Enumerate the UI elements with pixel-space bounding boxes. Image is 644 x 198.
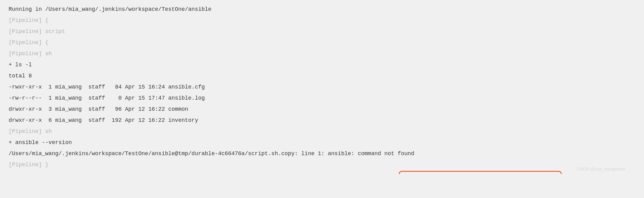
shell-command: + ls -l	[9, 59, 635, 70]
pipeline-marker: [Pipeline] sh	[9, 48, 635, 59]
watermark-text: CSDN @one_wangtester	[577, 165, 626, 173]
pipeline-marker: [Pipeline] {	[9, 37, 635, 48]
shell-command: + ansible --version	[9, 137, 635, 148]
pipeline-marker: [Pipeline] sh	[9, 126, 635, 137]
file-listing-row: -rwxr-xr-x 1 mia_wang staff 84 Apr 15 16…	[9, 81, 635, 93]
console-line: total 8	[9, 70, 635, 81]
console-output: Running in /Users/mia_wang/.jenkins/work…	[9, 4, 635, 170]
console-line: Running in /Users/mia_wang/.jenkins/work…	[9, 4, 635, 15]
file-listing-row: -rw-r--r-- 1 mia_wang staff 0 Apr 15 17:…	[9, 93, 635, 104]
pipeline-marker: [Pipeline] }	[9, 159, 635, 170]
file-listing-row: drwxr-xr-x 6 mia_wang staff 192 Apr 12 1…	[9, 115, 635, 126]
pipeline-marker: [Pipeline] script	[9, 26, 635, 37]
error-line: /Users/mia_wang/.jenkins/workspace/TestO…	[9, 148, 635, 159]
file-listing-row: drwxr-xr-x 3 mia_wang staff 96 Apr 12 16…	[9, 104, 635, 115]
pipeline-marker: [Pipeline] {	[9, 15, 635, 26]
error-highlight-annotation	[399, 171, 562, 174]
